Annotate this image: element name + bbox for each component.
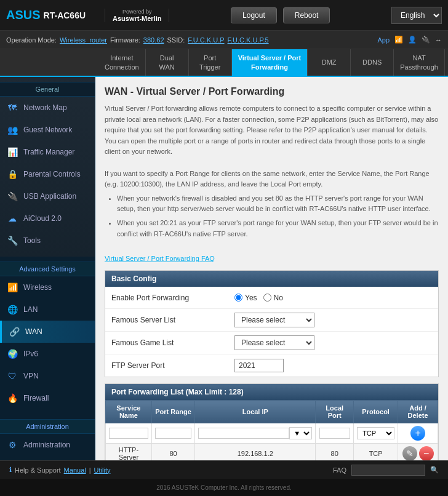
local-port-input[interactable] [319,428,350,439]
top-nav: Logout Reboot [169,7,391,23]
add-button[interactable]: + [410,426,425,441]
cell-service-name-input [106,423,152,444]
asus-logo: ASUS [6,8,41,22]
sidebar-item-system-log[interactable]: 📋 System Log [0,456,95,460]
col-local-port: Local Port [316,401,354,423]
help-icon: ℹ [9,466,12,474]
tab-virtual-server[interactable]: Virtual Server / PortForwarding [232,49,308,76]
edit-button[interactable]: ✎ [402,446,417,460]
cell-actions: ✎ − [398,444,438,460]
protocol-select[interactable]: TCP UDP BOTH [357,427,394,439]
port-forwarding-section: Port Forwarding List (Max Limit : 128) S… [105,383,439,460]
top-bar: ASUS RT-AC66U Powered by Asuswrt-Merlin … [0,0,448,31]
famous-game-row: Famous Game List Please select [105,332,438,354]
local-ip-input[interactable] [198,428,289,439]
delete-button[interactable]: − [419,446,434,460]
sidebar-general-section: General 🗺 Network Map 👥 Guest Network 📊 … [0,77,95,257]
radio-yes[interactable] [234,294,242,302]
enable-port-forwarding-row: Enable Port Forwarding Yes No [105,287,438,309]
wireless-icon: 📶 [6,281,18,294]
bullet-1: When your network's firewall is disabled… [117,193,439,215]
sidebar-advanced-title: Advanced Settings [0,262,95,276]
sidebar-item-usb-application[interactable]: 🔌 USB Application [0,185,95,207]
ssid-value2[interactable]: F.U.C.K.U.P.5 [228,36,269,44]
famous-server-label: Famous Server List [111,316,234,324]
ftp-port-value [234,359,432,372]
user-icon: 👤 [408,36,417,44]
radio-yes-label[interactable]: Yes [234,294,257,302]
ssid-label: SSID: [167,36,185,44]
local-ip-dropdown[interactable]: ▼ [289,427,312,439]
action-btns: + [401,426,434,441]
col-protocol: Protocol [354,401,398,423]
ftp-port-input[interactable] [234,359,284,372]
sidebar-admin-section: Administration ⚙ Administration 📋 System… [0,414,95,460]
sidebar-item-tools[interactable]: 🔧 Tools [0,230,95,252]
sidebar-item-wireless[interactable]: 📶 Wireless [0,276,95,298]
faq-search[interactable] [351,465,425,476]
sidebar: General 🗺 Network Map 👥 Guest Network 📊 … [0,77,95,460]
router-model: RT-AC66U [44,10,86,20]
sidebar-item-label: Network Map [23,103,67,112]
logo-area: ASUS RT-AC66U [0,8,105,22]
sidebar-item-label: VPN [23,372,39,380]
firmware-label: Firmware: [110,36,140,44]
sidebar-item-network-map[interactable]: 🗺 Network Map [0,97,95,119]
sidebar-item-administration[interactable]: ⚙ Administration [0,434,95,456]
op-mode-label: Operation Mode: [6,36,57,44]
pf-table-header: Port Forwarding List (Max Limit : 128) [105,384,438,400]
search-icon[interactable]: 🔍 [430,466,439,474]
sidebar-general-title: General [0,82,95,97]
faq-link[interactable]: Virtual Server / Port Forwarding FAQ [105,255,215,262]
radio-no-label[interactable]: No [263,294,283,302]
language-select[interactable]: English [391,7,442,24]
service-name-input[interactable] [109,428,148,439]
description-text-1: Virtual Server / Port forwarding allows … [105,105,438,155]
tab-port-trigger[interactable]: PortTrigger [189,49,232,76]
cell-port-range: 80 [151,444,195,460]
famous-game-select[interactable]: Please select [234,335,314,350]
parental-icon: 🔒 [6,168,18,180]
powered-area: Powered by Asuswrt-Merlin [105,9,169,22]
ssid-value1[interactable]: F.U.C.K.U.P [188,36,224,44]
sidebar-item-parental-controls[interactable]: 🔒 Parental Controls [0,163,95,185]
tab-dual-wan[interactable]: DualWAN [146,49,189,76]
firmware-value[interactable]: 380.62 [143,36,164,44]
usb-icon: 🔌 [422,36,430,44]
sidebar-item-wan[interactable]: 🔗 WAN [0,321,95,343]
copyright-bar: 2016 ASUSTeK Computer Inc. All rights re… [0,479,448,496]
sidebar-item-aicloud[interactable]: ☁ AiCloud 2.0 [0,207,95,230]
help-support-text: Help & Support [15,466,61,474]
port-range-input[interactable] [155,428,192,439]
tab-nat-passthrough[interactable]: NATPassthrough [394,49,445,76]
sidebar-item-label: Traffic Manager [23,148,74,156]
cell-protocol: TCP [354,444,398,460]
famous-game-value: Please select [234,335,432,350]
sidebar-item-traffic-manager[interactable]: 📊 Traffic Manager [0,141,95,163]
traffic-icon: 📊 [6,146,18,158]
usb-app-icon: 🔌 [6,190,18,202]
manual-link[interactable]: Manual [64,466,86,474]
sidebar-item-firewall[interactable]: 🔥 Firewall [0,387,95,409]
tab-ddns[interactable]: DDNS [351,49,394,76]
tab-internet-connection[interactable]: InternetConnection [98,49,146,76]
footer-right: FAQ 🔍 [333,465,439,476]
radio-no[interactable] [263,294,271,302]
col-local-ip: Local IP [195,401,316,423]
tools-icon: 🔧 [6,234,18,247]
cell-add-delete-input: + [398,423,438,444]
cell-service-name: HTTP-Server [106,444,152,460]
sidebar-item-ipv6[interactable]: 🌍 IPv6 [0,343,95,365]
famous-server-select[interactable]: Please select [234,313,314,327]
reboot-button[interactable]: Reboot [283,7,330,23]
cell-protocol-input: TCP UDP BOTH [354,423,398,444]
tab-dmz[interactable]: DMZ [308,49,351,76]
sidebar-item-vpn[interactable]: 🛡 VPN [0,365,95,387]
sidebar-item-lan[interactable]: 🌐 LAN [0,298,95,321]
enable-port-label: Enable Port Forwarding [111,294,234,302]
logout-button[interactable]: Logout [231,7,277,23]
utility-link[interactable]: Utility [94,466,111,474]
sidebar-item-guest-network[interactable]: 👥 Guest Network [0,119,95,141]
network-map-icon: 🗺 [6,102,18,114]
op-mode-value[interactable]: Wireless_router [60,36,107,44]
